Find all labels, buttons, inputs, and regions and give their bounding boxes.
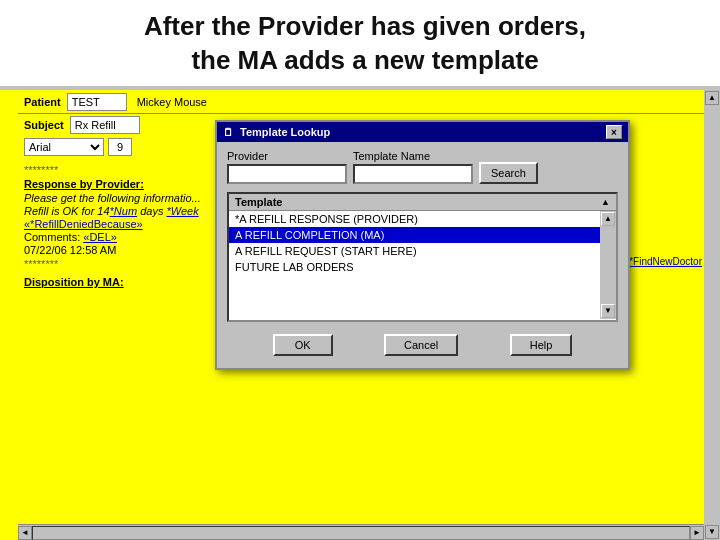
response-body-text: Please get the following informatio... xyxy=(24,192,201,204)
patient-label: Patient xyxy=(24,96,61,108)
dialog-close-button[interactable]: × xyxy=(606,125,622,139)
subject-value: Rx Refill xyxy=(75,119,116,131)
scroll-down-btn[interactable]: ▼ xyxy=(705,525,719,539)
bottom-scrollbar: ◄ ► xyxy=(18,524,704,540)
patient-id-value: TEST xyxy=(72,96,100,108)
provider-label: Provider xyxy=(227,150,347,162)
template-item-2[interactable]: A REFILL REQUEST (START HERE) xyxy=(229,243,600,259)
find-new-doctor-link[interactable]: *FindNewDoctor xyxy=(627,255,704,268)
right-scrollbar: ▲ ▼ xyxy=(704,90,720,540)
patient-id-box[interactable]: TEST xyxy=(67,93,127,111)
template-item-1[interactable]: A REFILL COMPLETION (MA) xyxy=(229,227,600,243)
week-link[interactable]: *Week xyxy=(166,205,198,217)
template-item-0[interactable]: *A REFILL RESPONSE (PROVIDER) xyxy=(229,211,600,227)
template-name-field-group: Template Name xyxy=(353,150,473,184)
template-name-label: Template Name xyxy=(353,150,473,162)
patient-name: Mickey Mouse xyxy=(137,96,207,108)
scroll-left-btn[interactable]: ◄ xyxy=(18,526,32,540)
template-list-scrollbar: ▲ ▼ xyxy=(600,211,616,319)
subject-value-box[interactable]: Rx Refill xyxy=(70,116,140,134)
refill-text: Refill is OK for 14*Num days *Week xyxy=(24,205,199,217)
dialog-titlebar: 🗒 Template Lookup × xyxy=(217,122,628,142)
del-link[interactable]: «DEL» xyxy=(83,231,117,243)
template-list-container: Template ▲ *A REFILL RESPONSE (PROVIDER)… xyxy=(227,192,618,322)
ok-button[interactable]: OK xyxy=(273,334,333,356)
dialog-title-text: Template Lookup xyxy=(240,126,330,138)
dialog-title-area: 🗒 Template Lookup xyxy=(223,126,330,138)
title-line2: the MA adds a new template xyxy=(30,44,700,78)
presentation-title: After the Provider has given orders, the… xyxy=(0,0,720,86)
template-scroll-down-btn[interactable]: ▼ xyxy=(601,304,615,318)
template-lookup-dialog[interactable]: 🗒 Template Lookup × Provider Template Na… xyxy=(215,120,630,370)
font-select[interactable]: Arial xyxy=(24,138,104,156)
provider-input[interactable] xyxy=(227,164,347,184)
template-scroll-up-btn[interactable]: ▲ xyxy=(601,212,615,226)
dialog-icon: 🗒 xyxy=(223,127,233,138)
patient-row: Patient TEST Mickey Mouse xyxy=(18,90,720,114)
dialog-search-row: Provider Template Name Search xyxy=(227,150,618,184)
template-name-input[interactable] xyxy=(353,164,473,184)
dialog-button-row: OK Cancel Help xyxy=(227,330,618,360)
template-header-scroll-up[interactable]: ▲ xyxy=(601,197,610,207)
template-item-3[interactable]: FUTURE LAB ORDERS xyxy=(229,259,600,275)
refill-denied-link[interactable]: «*RefillDeniedBecause» xyxy=(24,218,143,230)
subject-label: Subject xyxy=(24,119,64,131)
font-size-input[interactable] xyxy=(108,138,132,156)
help-button[interactable]: Help xyxy=(510,334,573,356)
template-list-header-text: Template xyxy=(235,196,282,208)
scroll-up-btn[interactable]: ▲ xyxy=(705,91,719,105)
search-button[interactable]: Search xyxy=(479,162,538,184)
cancel-button[interactable]: Cancel xyxy=(384,334,458,356)
provider-field-group: Provider xyxy=(227,150,347,184)
template-list-header: Template ▲ xyxy=(229,194,616,211)
num-link[interactable]: *Num xyxy=(110,205,138,217)
title-line1: After the Provider has given orders, xyxy=(30,10,700,44)
dialog-body: Provider Template Name Search Template ▲ xyxy=(217,142,628,368)
scroll-right-btn[interactable]: ► xyxy=(690,526,704,540)
